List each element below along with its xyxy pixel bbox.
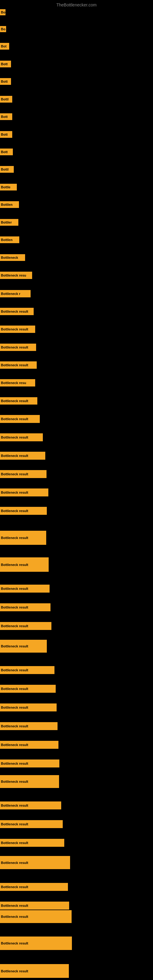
bar-label-24: Bottleneck result xyxy=(0,433,43,441)
bar-label-3: Bott xyxy=(0,60,11,67)
bar-item-14: Bottleneck xyxy=(0,254,25,261)
bar-label-44: Bottleneck result xyxy=(0,839,64,847)
bar-item-50: Bottleneck result xyxy=(0,964,69,978)
bar-item-41: Bottleneck result xyxy=(0,775,59,788)
bar-item-34: Bottleneck result xyxy=(0,640,47,652)
bar-label-47: Bottleneck result xyxy=(0,902,69,910)
bar-item-44: Bottleneck result xyxy=(0,839,64,847)
bar-label-28: Bottleneck result xyxy=(0,507,47,515)
bar-label-41: Bottleneck result xyxy=(0,775,59,788)
bar-item-4: Bott xyxy=(0,78,11,85)
bar-label-48: Bottleneck result xyxy=(0,910,72,923)
bar-label-18: Bottleneck result xyxy=(0,326,35,333)
bar-label-26: Bottleneck result xyxy=(0,470,46,478)
bar-label-13: Bottlen xyxy=(0,236,19,243)
bar-label-0: Bo xyxy=(0,9,5,15)
bar-label-8: Bott xyxy=(0,148,13,155)
bar-label-9: Bottl xyxy=(0,166,14,173)
bar-item-36: Bottleneck result xyxy=(0,685,56,693)
bar-item-37: Bottleneck result xyxy=(0,703,57,711)
bar-item-48: Bottleneck result xyxy=(0,910,72,923)
bar-label-14: Bottleneck xyxy=(0,254,25,261)
bar-item-1: Bo xyxy=(0,26,6,32)
bar-label-37: Bottleneck result xyxy=(0,703,57,711)
bar-item-3: Bott xyxy=(0,60,11,67)
bar-item-16: Bottleneck r xyxy=(0,290,30,298)
bar-label-17: Bottleneck result xyxy=(0,308,33,315)
bar-label-7: Bott xyxy=(0,131,12,138)
bar-item-45: Bottleneck result xyxy=(0,856,70,869)
bar-label-45: Bottleneck result xyxy=(0,856,70,869)
bar-item-22: Bottleneck result xyxy=(0,397,37,404)
bar-item-2: Bot xyxy=(0,43,9,49)
bar-label-31: Bottleneck result xyxy=(0,585,49,593)
bar-item-15: Bottleneck resu xyxy=(0,272,32,279)
bar-item-29: Bottleneck result xyxy=(0,531,46,545)
bar-label-11: Bottlen xyxy=(0,201,19,208)
bar-label-16: Bottleneck r xyxy=(0,290,30,298)
bar-item-11: Bottlen xyxy=(0,201,19,208)
bar-item-8: Bott xyxy=(0,148,13,155)
site-title: TheBottlenecker.com xyxy=(0,0,153,9)
bar-item-20: Bottleneck result xyxy=(0,361,37,369)
bar-item-39: Bottleneck result xyxy=(0,741,59,749)
bar-item-47: Bottleneck result xyxy=(0,902,69,910)
bar-label-30: Bottleneck result xyxy=(0,557,49,572)
bar-item-21: Bottleneck resu xyxy=(0,379,35,387)
bar-label-36: Bottleneck result xyxy=(0,685,56,693)
bar-item-49: Bottleneck result xyxy=(0,937,72,950)
bar-item-7: Bott xyxy=(0,131,12,138)
bar-label-34: Bottleneck result xyxy=(0,640,47,652)
bar-item-42: Bottleneck result xyxy=(0,802,61,810)
bar-label-38: Bottleneck result xyxy=(0,722,57,730)
bar-label-1: Bo xyxy=(0,26,6,32)
bar-item-26: Bottleneck result xyxy=(0,470,46,478)
bar-label-39: Bottleneck result xyxy=(0,741,59,749)
bar-item-35: Bottleneck result xyxy=(0,666,54,674)
bar-label-6: Bott xyxy=(0,113,12,120)
bar-label-20: Bottleneck result xyxy=(0,361,37,369)
bar-label-10: Bottle xyxy=(0,184,17,191)
bar-item-46: Bottleneck result xyxy=(0,883,68,891)
bar-label-23: Bottleneck result xyxy=(0,415,40,423)
bar-label-25: Bottleneck result xyxy=(0,452,45,460)
bar-label-33: Bottleneck result xyxy=(0,622,51,630)
bar-label-29: Bottleneck result xyxy=(0,531,46,545)
bar-item-0: Bo xyxy=(0,9,5,15)
bar-label-42: Bottleneck result xyxy=(0,802,61,810)
bar-label-15: Bottleneck resu xyxy=(0,272,32,279)
bar-label-4: Bott xyxy=(0,78,11,85)
bar-label-22: Bottleneck result xyxy=(0,397,37,404)
bar-item-24: Bottleneck result xyxy=(0,433,43,441)
bar-item-13: Bottlen xyxy=(0,236,19,243)
bar-item-18: Bottleneck result xyxy=(0,326,35,333)
bar-label-46: Bottleneck result xyxy=(0,883,68,891)
bar-label-43: Bottleneck result xyxy=(0,820,63,828)
bar-label-35: Bottleneck result xyxy=(0,666,54,674)
bar-item-5: Bottl xyxy=(0,96,12,103)
bar-label-5: Bottl xyxy=(0,96,12,103)
bar-item-43: Bottleneck result xyxy=(0,820,63,828)
bar-label-2: Bot xyxy=(0,43,9,49)
bar-item-31: Bottleneck result xyxy=(0,585,49,593)
bar-item-28: Bottleneck result xyxy=(0,507,47,515)
bar-item-17: Bottleneck result xyxy=(0,308,33,315)
bar-item-9: Bottl xyxy=(0,166,14,173)
bar-item-38: Bottleneck result xyxy=(0,722,57,730)
bar-item-33: Bottleneck result xyxy=(0,622,51,630)
bar-item-32: Bottleneck result xyxy=(0,603,51,611)
bar-label-21: Bottleneck resu xyxy=(0,379,35,387)
bar-label-50: Bottleneck result xyxy=(0,964,69,978)
bar-label-49: Bottleneck result xyxy=(0,937,72,950)
bar-label-40: Bottleneck result xyxy=(0,759,59,767)
bar-item-27: Bottleneck result xyxy=(0,488,48,496)
bar-item-10: Bottle xyxy=(0,184,17,191)
bar-item-12: Bottler xyxy=(0,219,18,226)
bar-label-12: Bottler xyxy=(0,219,18,226)
bar-item-6: Bott xyxy=(0,113,12,120)
bar-item-40: Bottleneck result xyxy=(0,759,59,767)
bar-label-27: Bottleneck result xyxy=(0,488,48,496)
bar-item-19: Bottleneck result xyxy=(0,344,36,351)
bar-item-23: Bottleneck result xyxy=(0,415,40,423)
bar-label-32: Bottleneck result xyxy=(0,603,51,611)
